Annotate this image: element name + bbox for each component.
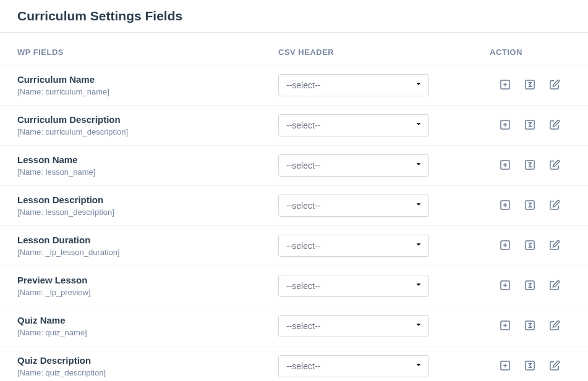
add-button[interactable]: [498, 78, 512, 92]
table-header-row: WP FIELDS CSV HEADER ACTION: [0, 33, 588, 65]
wp-field-name: [Name: curriculum_description]: [17, 127, 278, 136]
edit-button[interactable]: [548, 279, 561, 293]
wp-field-label: Preview Lesson: [17, 275, 278, 285]
add-button[interactable]: [498, 279, 512, 293]
formula-button[interactable]: [523, 239, 537, 253]
formula-button[interactable]: [523, 199, 537, 212]
wp-field-label: Lesson Duration: [17, 235, 278, 245]
column-header-wp-fields: WP FIELDS: [17, 48, 278, 57]
column-header-csv-header: CSV HEADER: [278, 48, 490, 57]
wp-field-cell: Quiz Name [Name: quiz_name]: [17, 315, 278, 337]
csv-select-wrap: --select--: [278, 195, 429, 217]
wp-field-label: Lesson Description: [17, 195, 278, 205]
edit-square-icon: [548, 319, 561, 333]
formula-button[interactable]: [523, 78, 537, 92]
action-buttons: [490, 359, 571, 373]
sigma-square-icon: [524, 279, 536, 293]
action-buttons: [490, 159, 571, 172]
action-cell: [490, 279, 571, 293]
csv-header-cell: --select--: [278, 74, 490, 96]
action-cell: [490, 319, 571, 333]
formula-button[interactable]: [523, 159, 537, 172]
action-buttons: [490, 199, 571, 212]
wp-field-cell: Lesson Description [Name: lesson_descrip…: [17, 195, 278, 217]
edit-button[interactable]: [548, 119, 561, 132]
table-row: Lesson Duration [Name: _lp_lesson_durati…: [0, 225, 588, 266]
plus-square-icon: [499, 199, 511, 213]
wp-field-cell: Lesson Name [Name: lesson_name]: [17, 154, 278, 177]
action-buttons: [490, 78, 571, 92]
csv-header-cell: --select--: [278, 355, 490, 377]
csv-header-cell: --select--: [278, 195, 490, 217]
table-row: Lesson Name [Name: lesson_name] --select…: [0, 145, 588, 186]
plus-square-icon: [499, 239, 511, 253]
wp-field-name: [Name: quiz_description]: [17, 368, 278, 377]
edit-button[interactable]: [548, 319, 561, 333]
plus-square-icon: [499, 159, 511, 173]
table-row: Preview Lesson [Name: _lp_preview] --sel…: [0, 266, 588, 306]
edit-square-icon: [548, 119, 561, 133]
csv-header-select[interactable]: --select--: [278, 154, 429, 177]
formula-button[interactable]: [523, 279, 537, 293]
table-row: Curriculum Description [Name: curriculum…: [0, 105, 588, 146]
action-cell: [490, 78, 571, 92]
csv-header-select[interactable]: --select--: [278, 74, 429, 96]
edit-button[interactable]: [548, 78, 561, 92]
sigma-square-icon: [524, 199, 536, 213]
add-button[interactable]: [498, 359, 512, 373]
formula-button[interactable]: [523, 359, 537, 373]
add-button[interactable]: [498, 159, 512, 172]
wp-field-label: Curriculum Name: [17, 74, 278, 85]
settings-table: WP FIELDS CSV HEADER ACTION Curriculum N…: [0, 33, 588, 381]
csv-header-select[interactable]: --select--: [278, 315, 429, 337]
sigma-square-icon: [524, 159, 536, 173]
edit-square-icon: [548, 159, 561, 173]
add-button[interactable]: [498, 119, 512, 132]
sigma-square-icon: [524, 319, 536, 333]
plus-square-icon: [499, 119, 511, 133]
csv-select-wrap: --select--: [278, 235, 429, 257]
csv-select-wrap: --select--: [278, 114, 429, 136]
page-title: Curriculum Settings Fields: [0, 0, 588, 33]
csv-header-select[interactable]: --select--: [278, 355, 429, 377]
wp-field-label: Quiz Description: [17, 355, 278, 366]
wp-field-name: [Name: curriculum_name]: [17, 87, 278, 96]
csv-header-select[interactable]: --select--: [278, 114, 429, 136]
edit-square-icon: [548, 279, 561, 293]
edit-button[interactable]: [548, 159, 561, 172]
csv-header-select[interactable]: --select--: [278, 195, 429, 217]
csv-header-select[interactable]: --select--: [278, 235, 429, 257]
action-cell: [490, 159, 571, 172]
table-row: Quiz Name [Name: quiz_name] --select--: [0, 306, 588, 346]
plus-square-icon: [499, 359, 511, 374]
csv-header-cell: --select--: [278, 235, 490, 257]
edit-button[interactable]: [548, 239, 561, 253]
wp-field-name: [Name: lesson_name]: [17, 167, 278, 177]
csv-header-select[interactable]: --select--: [278, 275, 429, 297]
csv-select-wrap: --select--: [278, 275, 429, 297]
sigma-square-icon: [524, 119, 536, 133]
add-button[interactable]: [498, 199, 512, 212]
formula-button[interactable]: [523, 319, 537, 333]
edit-square-icon: [548, 239, 561, 253]
sigma-square-icon: [524, 239, 536, 253]
sigma-square-icon: [524, 78, 536, 93]
edit-button[interactable]: [548, 359, 561, 373]
edit-square-icon: [548, 199, 561, 213]
add-button[interactable]: [498, 319, 512, 333]
wp-field-label: Quiz Name: [17, 315, 278, 325]
csv-select-wrap: --select--: [278, 74, 429, 96]
csv-header-cell: --select--: [278, 315, 490, 337]
wp-field-name: [Name: _lp_preview]: [17, 288, 278, 297]
wp-field-cell: Curriculum Name [Name: curriculum_name]: [17, 74, 278, 96]
wp-field-label: Curriculum Description: [17, 114, 278, 125]
add-button[interactable]: [498, 239, 512, 253]
formula-button[interactable]: [523, 119, 537, 132]
action-cell: [490, 359, 571, 373]
wp-field-name: [Name: _lp_lesson_duration]: [17, 248, 278, 257]
edit-button[interactable]: [548, 199, 561, 212]
edit-square-icon: [548, 359, 561, 374]
table-row: Curriculum Name [Name: curriculum_name] …: [0, 65, 588, 106]
plus-square-icon: [499, 78, 511, 93]
plus-square-icon: [499, 279, 511, 293]
